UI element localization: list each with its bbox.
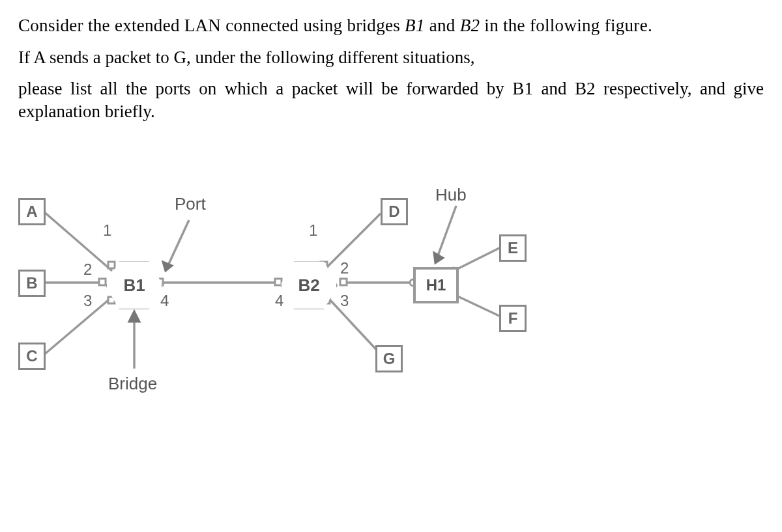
host-a: A — [18, 198, 46, 225]
arrow-hub — [437, 206, 456, 259]
edge-h1-e — [454, 247, 500, 271]
host-c: C — [18, 343, 46, 370]
port-stub — [340, 279, 347, 285]
intro-part: and — [425, 16, 460, 35]
arrow-bridge-head — [129, 311, 139, 322]
label-bridge: Bridge — [108, 374, 157, 394]
label-hub: Hub — [435, 185, 467, 205]
b2-port-1: 1 — [309, 221, 317, 240]
hub-h1: H1 — [413, 267, 459, 303]
b1-port-4: 4 — [160, 292, 169, 310]
edge-a-b1 — [43, 211, 112, 271]
host-d: D — [381, 198, 408, 225]
host-g: G — [375, 345, 403, 372]
b2-port-4: 4 — [275, 292, 283, 310]
b1-port-3: 3 — [83, 292, 92, 310]
label-port: Port — [175, 194, 206, 214]
intro-line-3: please list all the ports on which a pac… — [18, 77, 764, 122]
edge-h1-f — [454, 294, 500, 316]
bridge-name-b1: B1 — [405, 16, 425, 35]
b2-port-3: 3 — [340, 292, 349, 310]
b1-port-2: 2 — [83, 260, 92, 279]
intro-line-2: If A sends a packet to G, under the foll… — [18, 46, 764, 69]
question-text: Consider the extended LAN connected usin… — [18, 14, 764, 122]
host-e: E — [499, 234, 527, 262]
host-b: B — [18, 270, 46, 297]
intro-part: in the following figure. — [480, 16, 652, 35]
arrow-port-head — [163, 262, 172, 271]
b2-port-2: 2 — [340, 259, 349, 277]
arrow-port — [166, 220, 189, 271]
edge-b2-g — [330, 300, 381, 354]
b1-port-1: 1 — [103, 221, 111, 240]
port-stub — [275, 279, 282, 285]
arrow-hub-head — [434, 253, 443, 263]
bridge-name-b2: B2 — [460, 16, 480, 35]
network-diagram: A B C B1 B2 H1 D E F G Port Bridge Hub 1… — [18, 194, 540, 415]
host-f: F — [499, 305, 527, 332]
edge-c-b1 — [43, 297, 112, 356]
edge-b2-d — [327, 214, 381, 267]
intro-part: Consider the extended LAN connected usin… — [18, 16, 405, 35]
port-stub — [99, 279, 106, 285]
port-stub — [108, 262, 115, 268]
